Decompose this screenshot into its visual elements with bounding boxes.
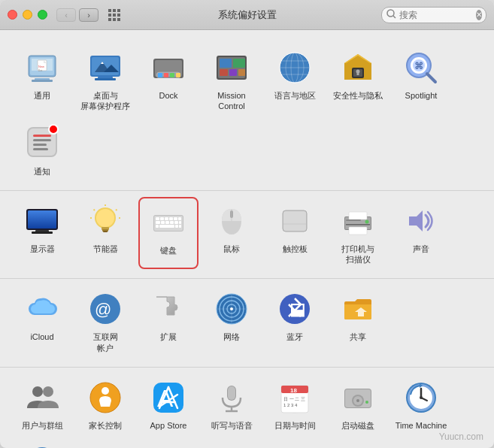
printer-icon <box>338 201 377 241</box>
pref-item-trackpad[interactable]: 触控板 <box>265 197 325 270</box>
svg-point-9 <box>387 10 394 17</box>
pref-item-icloud[interactable]: iCloud <box>12 285 72 358</box>
pref-item-displays[interactable]: 显示器 <box>12 197 72 270</box>
pref-item-security[interactable]: 安全性与隐私 <box>328 44 388 117</box>
close-button[interactable] <box>8 10 17 20</box>
svg-rect-67 <box>28 210 56 229</box>
mission-icon <box>212 48 251 87</box>
svg-rect-0 <box>108 9 111 12</box>
startup-label: 启动磁盘 <box>341 420 374 431</box>
pref-item-dictation[interactable]: 听写与语音 <box>202 374 262 435</box>
language-label: 语言与地区 <box>274 90 316 101</box>
language-icon <box>275 48 314 87</box>
sound-icon <box>402 201 441 241</box>
svg-text:日 一 二 三: 日 一 二 三 <box>283 397 305 401</box>
pref-item-network[interactable]: 网络 <box>202 285 262 358</box>
startup-icon <box>338 378 377 417</box>
displays-label: 显示器 <box>30 244 55 254</box>
pref-item-general[interactable]: New Doc 通用 <box>12 44 72 117</box>
displays-icon <box>23 201 62 241</box>
pref-item-accessibility[interactable]: 辅助功能 <box>12 438 72 448</box>
internet-items-grid: iCloud @ 互联网帐户 <box>12 285 482 358</box>
personal-items-grid: New Doc 通用 <box>12 44 482 181</box>
pref-item-appstore[interactable]: A App Store <box>138 374 199 435</box>
pref-item-bluetooth[interactable]: ⬓ 蓝牙 <box>265 285 325 358</box>
pref-item-desktop[interactable]: 桌面与屏幕保护程序 <box>75 44 135 117</box>
svg-rect-82 <box>156 217 159 220</box>
network-icon <box>212 289 251 328</box>
pref-item-parental[interactable]: 家长控制 <box>75 374 135 435</box>
pref-item-keyboard[interactable]: 键盘 <box>138 197 199 270</box>
svg-marker-110 <box>409 210 423 232</box>
sharing-label: 共享 <box>350 331 366 342</box>
window-title: 系统偏好设置 <box>218 8 277 22</box>
pref-item-printer[interactable]: 打印机与扫描仪 <box>328 197 388 270</box>
mouse-icon <box>212 201 251 241</box>
pref-item-energy[interactable]: 节能器 <box>75 197 135 270</box>
svg-rect-30 <box>158 73 162 77</box>
pref-item-notifications[interactable]: 通知 <box>12 120 72 181</box>
grid-view-button[interactable] <box>105 8 124 22</box>
general-label: 通用 <box>34 90 50 101</box>
search-icon <box>386 9 396 21</box>
pref-item-extensions[interactable]: 扩展 <box>138 285 199 358</box>
users-label: 用户与群组 <box>22 420 63 431</box>
parental-label: 家长控制 <box>89 420 122 431</box>
svg-rect-32 <box>170 73 174 77</box>
dictation-label: 听写与语音 <box>211 420 253 431</box>
pref-item-datetime[interactable]: 18 日 一 二 三 1 2 3 4 日期与时间 <box>265 374 325 435</box>
maximize-button[interactable] <box>38 10 47 20</box>
datetime-label: 日期与时间 <box>274 420 316 431</box>
svg-line-74 <box>94 209 95 210</box>
datetime-icon: 18 日 一 二 三 1 2 3 4 <box>275 378 314 417</box>
parental-icon <box>86 378 125 417</box>
svg-rect-1 <box>113 9 116 12</box>
notifications-label: 通知 <box>34 166 50 177</box>
svg-rect-7 <box>113 18 116 21</box>
svg-rect-36 <box>220 59 232 68</box>
minimize-button[interactable] <box>23 10 32 20</box>
pref-item-sound[interactable]: 声音 <box>391 197 451 270</box>
icloud-icon <box>23 289 62 328</box>
pref-item-spotlight[interactable]: ⌘ Spotlight <box>391 44 451 117</box>
search-clear-button[interactable]: ✕ <box>476 10 482 20</box>
general-icon: New Doc <box>23 48 62 87</box>
pref-item-dock[interactable]: Dock <box>138 44 199 117</box>
pref-item-language[interactable]: 语言与地区 <box>265 44 325 117</box>
pref-item-timemachine[interactable]: Time Machine <box>391 374 451 435</box>
content-area: New Doc 通用 <box>0 30 494 448</box>
energy-label: 节能器 <box>93 244 118 254</box>
nav-buttons: ‹ › <box>56 8 98 22</box>
svg-point-127 <box>102 387 109 395</box>
section-internet: iCloud @ 互联网帐户 <box>0 279 494 368</box>
svg-point-157 <box>420 396 423 399</box>
notifications-badge <box>48 124 59 135</box>
svg-rect-86 <box>174 217 177 220</box>
svg-rect-87 <box>178 217 181 220</box>
search-input[interactable] <box>399 10 474 20</box>
network-label: 网络 <box>223 331 240 342</box>
svg-rect-52 <box>357 72 359 75</box>
pref-item-sharing[interactable]: 共享 <box>328 285 388 358</box>
titlebar: ‹ › 系统偏好设置 <box>0 0 494 30</box>
pref-item-users[interactable]: 用户与群组 <box>12 374 72 435</box>
forward-button[interactable]: › <box>79 8 98 22</box>
search-bar[interactable]: ✕ <box>381 7 486 23</box>
svg-rect-26 <box>95 78 116 80</box>
back-button[interactable]: ‹ <box>56 8 76 22</box>
appstore-label: App Store <box>150 420 187 431</box>
pref-item-mouse[interactable]: 鼠标 <box>202 197 262 270</box>
pref-item-mission[interactable]: MissionControl <box>202 44 262 117</box>
svg-point-150 <box>356 399 359 402</box>
svg-rect-93 <box>179 221 181 224</box>
svg-text:Doc: Doc <box>38 69 43 72</box>
pref-item-startup[interactable]: 启动磁盘 <box>328 374 388 435</box>
svg-text:New: New <box>38 65 44 68</box>
svg-rect-6 <box>108 18 111 21</box>
pref-item-internet[interactable]: @ 互联网帐户 <box>75 285 135 358</box>
svg-text:@: @ <box>95 300 111 319</box>
svg-text:⌘: ⌘ <box>414 61 423 71</box>
svg-rect-91 <box>170 221 174 224</box>
dock-label: Dock <box>159 90 177 101</box>
svg-rect-14 <box>32 80 53 82</box>
